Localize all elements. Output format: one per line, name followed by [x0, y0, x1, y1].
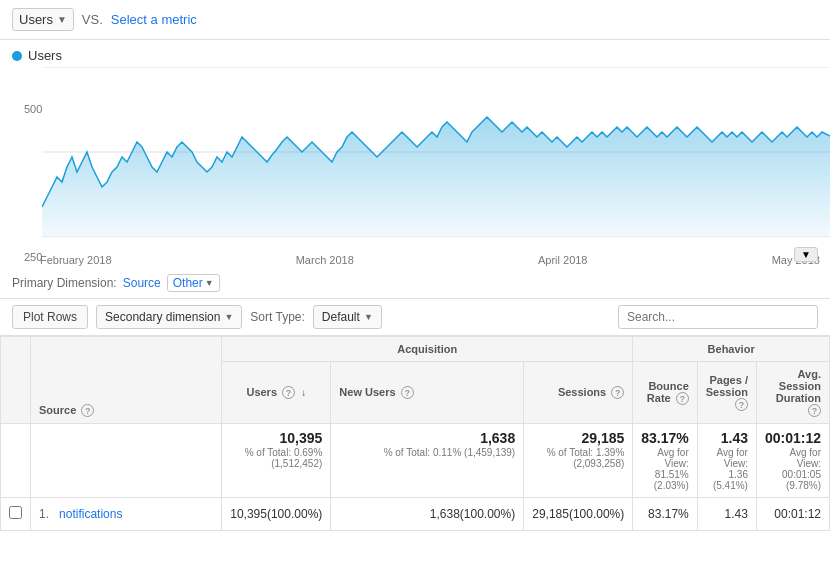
totals-bounce-cell: 83.17% Avg for View: 81.51% (2.03%)	[633, 424, 697, 498]
table-search-input[interactable]	[618, 305, 818, 329]
chart-container: Users 500 250	[0, 40, 830, 252]
totals-row: 10,395 % of Total: 0.69% (1,512,452) 1,6…	[1, 424, 830, 498]
users-col-header[interactable]: Users ? ↓	[222, 362, 331, 424]
row1-new-users-value: 1,638(100.00%)	[430, 507, 515, 521]
row1-checkbox[interactable]	[9, 506, 22, 519]
acquisition-group-header: Acquisition	[222, 337, 633, 362]
x-label-apr: April 2018	[538, 254, 588, 266]
row1-bounce-cell: 83.17%	[633, 498, 697, 531]
sessions-col-header[interactable]: Sessions ?	[524, 362, 633, 424]
totals-avg-subtext: Avg for View: 00:01:05 (9.78%)	[765, 447, 821, 491]
x-label-mar: March 2018	[296, 254, 354, 266]
row1-pages-value: 1.43	[725, 507, 748, 521]
row1-sessions-value: 29,185(100.00%)	[532, 507, 624, 521]
secondary-dim-label: Secondary dimension	[105, 310, 220, 324]
totals-new-users-value: 1,638	[339, 430, 515, 446]
bounce-help-icon[interactable]: ?	[676, 392, 689, 405]
row1-source-cell: 1. notifications	[31, 498, 222, 531]
row1-users-value: 10,395(100.00%)	[230, 507, 322, 521]
chart-svg	[42, 67, 830, 240]
row1-users-cell: 10,395(100.00%)	[222, 498, 331, 531]
row1-avg-session-cell: 00:01:12	[756, 498, 829, 531]
bounce-rate-col-header[interactable]: Bounce Rate ?	[633, 362, 697, 424]
users-dropdown-arrow: ▼	[57, 14, 67, 25]
users-help-icon[interactable]: ?	[282, 386, 295, 399]
avg-session-col-header[interactable]: Avg. Session Duration ?	[756, 362, 829, 424]
collapse-chart-btn[interactable]: ▼	[794, 247, 818, 262]
top-controls: Users ▼ VS. Select a metric	[0, 0, 830, 40]
y-axis-500: 500	[24, 103, 42, 115]
primary-dim-label: Primary Dimension:	[12, 276, 117, 290]
totals-users-subtext: % of Total: 0.69% (1,512,452)	[230, 447, 322, 469]
totals-sessions-cell: 29,185 % of Total: 1.39% (2,093,258)	[524, 424, 633, 498]
chart-legend: Users	[12, 48, 818, 63]
source-dimension-link[interactable]: Source	[123, 276, 161, 290]
table-row: 1. notifications 10,395(100.00%) 1,638(1…	[1, 498, 830, 531]
pages-help-icon[interactable]: ?	[735, 398, 748, 411]
row1-checkbox-cell[interactable]	[1, 498, 31, 531]
users-sort-arrow: ↓	[301, 387, 306, 398]
totals-pages-subtext: Avg for View: 1.36 (5.41%)	[706, 447, 748, 491]
select-metric-link[interactable]: Select a metric	[111, 12, 197, 27]
new-users-col-header[interactable]: New Users ?	[331, 362, 524, 424]
x-axis-labels: February 2018 March 2018 April 2018 May …	[30, 252, 830, 268]
totals-sessions-value: 29,185	[532, 430, 624, 446]
row1-bounce-value: 83.17%	[648, 507, 689, 521]
y-axis-250: 250	[24, 251, 42, 263]
dimension-controls: Primary Dimension: Source Other ▼	[0, 268, 830, 299]
users-legend-dot	[12, 51, 22, 61]
y-axis-labels: 500 250	[24, 103, 42, 263]
checkbox-header	[1, 337, 31, 424]
avg-session-help-icon[interactable]: ?	[808, 404, 821, 417]
vs-label: VS.	[82, 12, 103, 27]
x-label-feb: February 2018	[40, 254, 112, 266]
totals-avg-value: 00:01:12	[765, 430, 821, 446]
totals-users-value: 10,395	[230, 430, 322, 446]
source-header: Source ?	[31, 337, 222, 424]
pages-session-col-header[interactable]: Pages / Session ?	[697, 362, 756, 424]
secondary-dimension-dropdown[interactable]: Secondary dimension ▼	[96, 305, 242, 329]
totals-new-users-subtext: % of Total: 0.11% (1,459,139)	[339, 447, 515, 458]
totals-checkbox-cell	[1, 424, 31, 498]
totals-avg-session-cell: 00:01:12 Avg for View: 00:01:05 (9.78%)	[756, 424, 829, 498]
totals-pages-cell: 1.43 Avg for View: 1.36 (5.41%)	[697, 424, 756, 498]
other-label: Other	[173, 276, 203, 290]
row1-avg-value: 00:01:12	[774, 507, 821, 521]
plot-rows-button[interactable]: Plot Rows	[12, 305, 88, 329]
users-metric-dropdown[interactable]: Users ▼	[12, 8, 74, 31]
users-legend-label: Users	[28, 48, 62, 63]
row1-source-link[interactable]: notifications	[59, 507, 122, 521]
sessions-help-icon[interactable]: ?	[611, 386, 624, 399]
totals-users-cell: 10,395 % of Total: 0.69% (1,512,452)	[222, 424, 331, 498]
default-sort-label: Default	[322, 310, 360, 324]
table-controls: Plot Rows Secondary dimension ▼ Sort Typ…	[0, 299, 830, 336]
totals-bounce-subtext: Avg for View: 81.51% (2.03%)	[641, 447, 688, 491]
behavior-group-header: Behavior	[633, 337, 830, 362]
sort-type-dropdown[interactable]: Default ▼	[313, 305, 382, 329]
other-dropdown[interactable]: Other ▼	[167, 274, 220, 292]
totals-sessions-subtext: % of Total: 1.39% (2,093,258)	[532, 447, 624, 469]
other-dropdown-arrow: ▼	[205, 278, 214, 288]
row1-rank: 1.	[39, 507, 49, 521]
totals-source-cell	[31, 424, 222, 498]
secondary-dim-arrow: ▼	[224, 312, 233, 322]
row1-new-users-cell: 1,638(100.00%)	[331, 498, 524, 531]
row1-sessions-cell: 29,185(100.00%)	[524, 498, 633, 531]
users-metric-label: Users	[19, 12, 53, 27]
new-users-help-icon[interactable]: ?	[401, 386, 414, 399]
data-table: Source ? Acquisition Behavior Users ? ↓ …	[0, 336, 830, 531]
sort-type-label: Sort Type:	[250, 310, 304, 324]
row1-pages-cell: 1.43	[697, 498, 756, 531]
totals-bounce-value: 83.17%	[641, 430, 688, 446]
totals-pages-value: 1.43	[706, 430, 748, 446]
source-help-icon[interactable]: ?	[81, 404, 94, 417]
totals-new-users-cell: 1,638 % of Total: 0.11% (1,459,139)	[331, 424, 524, 498]
sort-dropdown-arrow: ▼	[364, 312, 373, 322]
